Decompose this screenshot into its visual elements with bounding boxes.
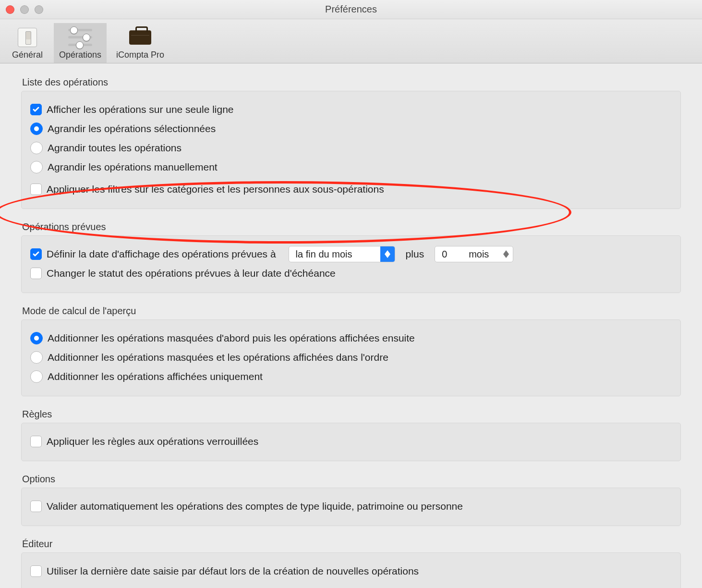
radio-preview-hidden-then-shown[interactable] [30,332,43,344]
titlebar: Préférences [0,0,702,19]
label-plus: plus [406,248,424,260]
group-title-rules: Règles [22,409,681,420]
label-change-status: Changer le statut des opérations prévues… [47,268,336,279]
checkbox-single-line[interactable] [30,104,42,115]
toolbar-item-label: Général [12,50,43,60]
checkbox-apply-filters[interactable] [30,184,42,195]
group-title-preview-mode: Mode de calcul de l'aperçu [22,306,681,317]
label-offset-unit: mois [469,249,489,260]
toolbar-item-icompta-pro[interactable]: iCompta Pro [107,23,174,63]
label-define-date: Définir la date d'affichage des opératio… [47,248,276,260]
toolbar-item-label: iCompta Pro [116,50,164,60]
radio-expand-manual[interactable] [30,161,43,173]
input-offset-field[interactable] [441,248,457,260]
group-options: Valider automatiquement les opérations d… [21,488,681,526]
group-editor: Utiliser la dernière date saisie par déf… [21,552,681,588]
label-single-line: Afficher les opérations sur une seule li… [47,104,234,115]
chevron-updown-icon [380,246,395,262]
radio-label: Agrandir toutes les opérations [48,142,182,154]
radio-expand-selected[interactable] [30,122,43,135]
switch-icon [14,26,40,49]
input-offset[interactable]: mois [435,246,513,262]
checkbox-define-date[interactable] [30,248,42,260]
group-title-operations-list: Liste des opérations [22,77,681,88]
checkbox-use-last-date[interactable] [30,565,42,577]
svg-marker-0 [385,250,390,254]
label-use-last-date: Utiliser la dernière date saisie par déf… [47,565,419,577]
svg-marker-2 [503,250,509,254]
label-auto-validate: Valider automatiquement les opérations d… [47,501,463,512]
briefcase-icon [127,26,153,49]
label-apply-filters: Appliquer les filtres sur les catégories… [47,184,384,195]
toolbar-item-general[interactable]: Général [1,23,54,63]
group-operations-list: Afficher les opérations sur une seule li… [21,91,681,209]
select-period-value: la fin du mois [289,249,380,260]
content: Liste des opérations Afficher les opérat… [0,63,702,588]
group-title-options: Options [22,474,681,485]
group-rules: Appliquer les règles aux opérations verr… [21,423,681,461]
radio-label: Additionner les opérations affichées uni… [48,371,263,382]
radio-label: Additionner les opérations masquées et l… [48,352,388,363]
group-title-scheduled: Opérations prévues [22,221,681,233]
checkbox-apply-rules-locked[interactable] [30,436,42,447]
group-scheduled: Définir la date d'affichage des opératio… [21,235,681,293]
checkbox-auto-validate[interactable] [30,501,42,512]
radio-label: Agrandir les opérations sélectionnées [48,123,216,135]
label-apply-rules-locked: Appliquer les règles aux opérations verr… [47,436,258,447]
toolbar-item-operations[interactable]: Opérations [54,23,107,63]
toolbar-item-label: Opérations [59,50,101,60]
group-title-editor: Éditeur [22,539,681,550]
window-title: Préférences [0,4,702,15]
group-preview-mode: Additionner les opérations masquées d'ab… [21,319,681,396]
radio-preview-shown-only[interactable] [30,370,43,383]
select-period[interactable]: la fin du mois [289,246,395,262]
radio-label: Agrandir les opérations manuellement [48,161,218,173]
radio-preview-in-order[interactable] [30,351,43,364]
stepper-icon[interactable] [503,250,509,258]
radio-label: Additionner les opérations masquées d'ab… [48,332,415,344]
radio-expand-all[interactable] [30,142,43,154]
svg-marker-3 [503,254,509,258]
sliders-icon [67,26,93,49]
checkbox-change-status[interactable] [30,268,42,279]
svg-marker-1 [385,254,390,258]
toolbar: Général Opérations iCompta Pro [0,19,702,63]
